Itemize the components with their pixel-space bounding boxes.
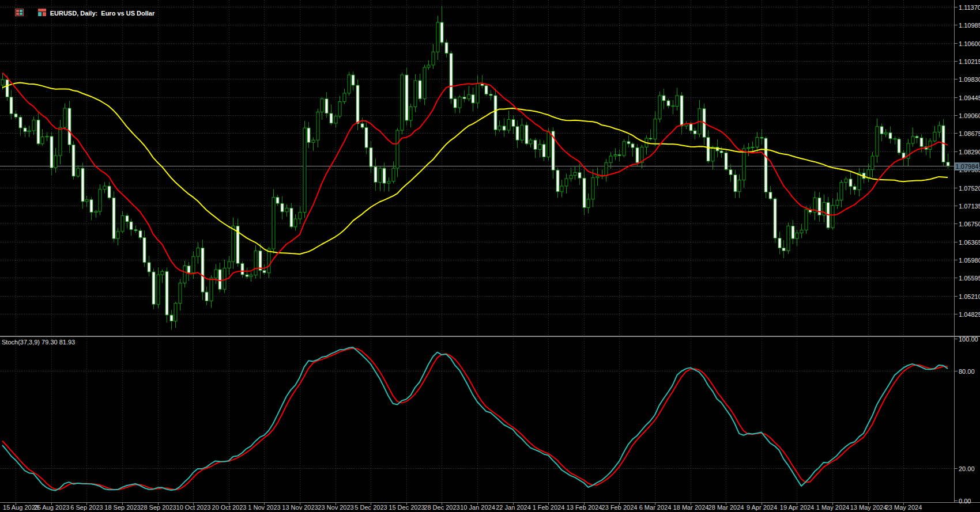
price-tick-label: 1.05595 [959, 275, 980, 282]
price-tick-label: 1.09060 [959, 112, 980, 119]
price-tick-label: 1.05980 [959, 257, 980, 264]
price-tick-label: 1.10985 [959, 22, 980, 29]
date-tick-label: 6 Mar 2024 [639, 504, 672, 511]
stoch-tick-label: 0.00 [959, 498, 971, 505]
price-tick-label: 1.09830 [959, 76, 980, 83]
date-tick-label: 10 Oct 2023 [176, 504, 211, 511]
chart-canvas[interactable]: 1.113701.109851.106001.102151.098301.094… [0, 0, 980, 512]
date-tick-label: 13 Nov 2023 [282, 504, 318, 511]
price-tick-label: 1.04825 [959, 311, 980, 318]
date-tick-label: 1 Feb 2024 [533, 504, 565, 511]
time-axis[interactable]: 15 Aug 202325 Aug 20236 Sep 202318 Sep 2… [3, 503, 922, 511]
date-tick-label: 10 Jan 2024 [460, 504, 495, 511]
date-tick-label: 25 Aug 2023 [34, 504, 70, 511]
date-tick-label: 20 Oct 2023 [212, 504, 247, 511]
date-tick-label: 23 Nov 2023 [318, 504, 353, 511]
price-tick-label: 1.08675 [959, 130, 980, 137]
date-tick-label: 6 Sep 2023 [70, 504, 103, 511]
price-tick-label: 1.07135 [959, 203, 980, 210]
date-tick-label: 18 Sep 2023 [104, 504, 140, 511]
price-tick-label: 1.07520 [959, 185, 980, 192]
stoch-tick-label: 100.00 [959, 336, 978, 343]
date-tick-label: 18 Mar 2024 [673, 504, 709, 511]
price-tick-label: 1.11370 [959, 4, 980, 11]
current-price-badge: 1.07984 [955, 162, 979, 170]
price-axis[interactable]: 1.113701.109851.106001.102151.098301.094… [954, 4, 980, 505]
date-tick-label: 1 Nov 2023 [248, 504, 280, 511]
date-tick-label: 19 Apr 2024 [780, 504, 814, 511]
candles [1, 6, 949, 330]
bar-chart-icon [27, 2, 46, 24]
date-tick-label: 5 Dec 2023 [355, 504, 387, 511]
date-tick-label: 22 Jan 2024 [496, 504, 531, 511]
chart-window: 1.113701.109851.106001.102151.098301.094… [0, 0, 980, 512]
stochastic-lines [2, 347, 948, 491]
date-tick-label: 28 Mar 2024 [708, 504, 744, 511]
date-tick-label: 23 May 2024 [885, 504, 922, 511]
price-tick-label: 1.10600 [959, 40, 980, 47]
stochastic-main-line [2, 347, 948, 491]
date-tick-label: 23 Feb 2024 [602, 504, 638, 511]
price-tick-label: 1.05210 [959, 293, 980, 300]
price-tick-label: 1.06750 [959, 221, 980, 227]
date-tick-label: 15 Dec 2023 [389, 504, 424, 511]
date-tick-label: 13 Feb 2024 [567, 504, 602, 511]
table-icon [5, 2, 24, 24]
date-tick-label: 28 Dec 2023 [424, 504, 459, 511]
price-tick-label: 1.06365 [959, 239, 980, 246]
price-tick-label: 1.08290 [959, 149, 980, 156]
price-tick-label: 1.09445 [959, 94, 980, 101]
stoch-tick-label: 80.00 [959, 368, 975, 375]
date-tick-label: 9 Apr 2024 [747, 504, 777, 511]
date-tick-label: 1 May 2024 [816, 504, 849, 511]
chart-title-bar: EURUSD, Daily: Euro vs US Dollar [5, 2, 154, 24]
chart-title: EURUSD, Daily: Euro vs US Dollar [50, 10, 155, 17]
date-tick-label: 28 Sep 2023 [140, 504, 176, 511]
stoch-tick-label: 20.00 [959, 465, 975, 472]
stochastic-indicator-label: Stoch(37,3,9) 79.30 81.93 [2, 339, 75, 346]
date-tick-label: 13 May 2024 [850, 504, 887, 511]
price-tick-label: 1.10215 [959, 58, 980, 65]
